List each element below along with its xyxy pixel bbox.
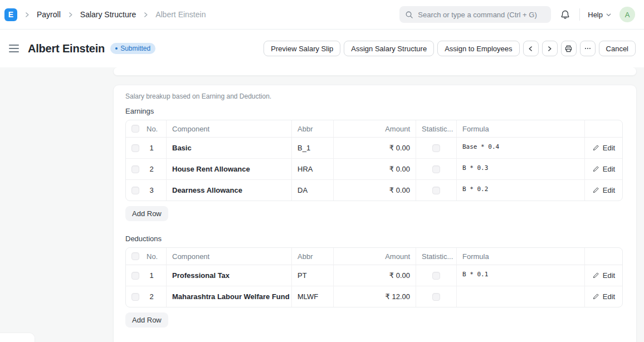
previous-document-button[interactable] <box>523 41 539 56</box>
add-row-button[interactable]: Add Row <box>125 312 168 328</box>
formula-cell[interactable] <box>457 286 585 307</box>
user-avatar[interactable]: A <box>619 7 635 22</box>
amount-cell[interactable]: ₹ 12.00 <box>334 286 416 307</box>
column-header-no: No. <box>147 252 157 261</box>
column-header-component: Component <box>167 248 292 265</box>
formula-cell[interactable]: B * 0.2 <box>457 180 585 201</box>
row-checkbox[interactable] <box>131 187 139 194</box>
statistical-cell <box>416 180 457 201</box>
edit-row-button[interactable]: Edit <box>585 265 622 286</box>
column-header-amount: Amount <box>334 120 416 137</box>
earnings-label: Earnings <box>125 107 623 115</box>
row-checkbox[interactable] <box>131 272 139 280</box>
component-cell[interactable]: Dearness Allowance <box>167 180 292 201</box>
breadcrumb-item-payroll[interactable]: Payroll <box>37 10 61 19</box>
edit-row-button[interactable]: Edit <box>585 286 622 307</box>
statistical-checkbox[interactable] <box>432 272 440 280</box>
deductions-label: Deductions <box>125 234 623 243</box>
pencil-icon <box>592 293 599 300</box>
breadcrumb-item-salary-structure[interactable]: Salary Structure <box>80 10 136 19</box>
notifications-button[interactable] <box>559 8 572 21</box>
add-row-button[interactable]: Add Row <box>125 206 168 221</box>
breadcrumb-item-current: Albert Einstein <box>155 10 206 19</box>
assign-salary-structure-button[interactable]: Assign Salary Structure <box>344 41 434 56</box>
pencil-icon <box>592 272 599 279</box>
component-cell[interactable]: House Rent Allowance <box>167 159 292 179</box>
table-header-row: No. Component Abbr Amount Statistic... F… <box>126 248 622 265</box>
row-checkbox[interactable] <box>131 293 139 301</box>
amount-cell[interactable]: ₹ 0.00 <box>334 138 416 158</box>
edit-row-button[interactable]: Edit <box>585 159 622 179</box>
ellipsis-icon <box>584 45 592 52</box>
column-header-edit <box>585 248 622 265</box>
column-header-statistical: Statistic... <box>416 120 457 137</box>
edit-row-button[interactable]: Edit <box>585 138 622 158</box>
amount-cell[interactable]: ₹ 0.00 <box>334 159 416 179</box>
preview-salary-slip-button[interactable]: Preview Salary Slip <box>264 41 340 56</box>
chevron-down-icon <box>606 12 612 18</box>
formula-cell[interactable]: B * 0.1 <box>457 265 585 286</box>
select-all-checkbox[interactable] <box>131 125 139 133</box>
statistical-cell <box>416 265 457 286</box>
page-header: Albert Einstein Submitted Preview Salary… <box>0 30 644 67</box>
edit-label: Edit <box>603 292 615 301</box>
column-header-formula: Formula <box>457 120 585 137</box>
divider <box>579 8 580 21</box>
column-header-component: Component <box>167 120 292 137</box>
amount-cell[interactable]: ₹ 0.00 <box>334 180 416 201</box>
statistical-checkbox[interactable] <box>432 144 440 152</box>
earnings-table: No. Component Abbr Amount Statistic... F… <box>125 120 623 201</box>
cancel-button[interactable]: Cancel <box>599 41 636 56</box>
pencil-icon <box>592 165 599 173</box>
sidebar-toggle-icon[interactable] <box>9 43 19 53</box>
pencil-icon <box>592 187 599 194</box>
statistical-checkbox[interactable] <box>432 293 440 301</box>
app-logo[interactable]: E <box>4 8 17 21</box>
row-checkbox[interactable] <box>131 165 139 173</box>
navbar: E Payroll Salary Structure Albert Einste… <box>0 0 644 30</box>
menu-button[interactable] <box>580 41 596 56</box>
row-checkbox[interactable] <box>131 144 139 152</box>
chevron-left-icon <box>527 45 534 52</box>
chevron-right-icon <box>23 11 31 18</box>
assign-to-employees-button[interactable]: Assign to Employees <box>437 41 519 56</box>
abbr-cell[interactable]: PT <box>292 265 334 286</box>
help-menu[interactable]: Help <box>588 11 612 19</box>
edit-label: Edit <box>603 144 615 152</box>
column-header-no: No. <box>147 125 157 133</box>
component-cell[interactable]: Professional Tax <box>167 265 292 286</box>
pencil-icon <box>592 144 599 152</box>
component-cell[interactable]: Basic <box>167 138 292 158</box>
table-row: 2Maharashtra Labour Welfare FundMLWF₹ 12… <box>126 286 622 307</box>
formula-cell[interactable]: Base * 0.4 <box>457 138 585 158</box>
help-label: Help <box>588 11 603 19</box>
search-placeholder: Search or type a command (Ctrl + G) <box>418 11 537 19</box>
table-row: 2House Rent AllowanceHRA₹ 0.00B * 0.3Edi… <box>126 159 622 180</box>
salary-breakup-section-card: Salary breakup based on Earning and Dedu… <box>113 85 637 342</box>
deductions-table: No. Component Abbr Amount Statistic... F… <box>125 247 623 307</box>
table-row: 1BasicB_1₹ 0.00Base * 0.4Edit <box>126 138 622 159</box>
deductions-section: Deductions No. Component Abbr Amount Sta… <box>125 234 623 328</box>
formula-cell[interactable]: B * 0.3 <box>457 159 585 179</box>
component-cell[interactable]: Maharashtra Labour Welfare Fund <box>167 286 292 307</box>
print-button[interactable] <box>561 41 577 56</box>
row-number: 1 <box>147 144 157 152</box>
statistical-checkbox[interactable] <box>432 187 440 194</box>
abbr-cell[interactable]: DA <box>292 180 334 201</box>
select-all-checkbox[interactable] <box>131 252 139 260</box>
abbr-cell[interactable]: MLWF <box>292 286 334 307</box>
edit-row-button[interactable]: Edit <box>585 180 622 201</box>
abbr-cell[interactable]: HRA <box>292 159 334 179</box>
edit-label: Edit <box>603 165 615 173</box>
statistical-cell <box>416 159 457 179</box>
abbr-cell[interactable]: B_1 <box>292 138 334 158</box>
status-dot <box>115 47 118 50</box>
amount-cell[interactable]: ₹ 0.00 <box>334 265 416 286</box>
next-document-button[interactable] <box>542 41 558 56</box>
status-badge: Submitted <box>110 43 155 54</box>
form-body: Salary breakup based on Earning and Dedu… <box>0 67 644 342</box>
global-search-input[interactable]: Search or type a command (Ctrl + G) <box>399 6 551 23</box>
statistical-cell <box>416 286 457 307</box>
row-number: 3 <box>147 186 157 194</box>
statistical-checkbox[interactable] <box>432 165 440 173</box>
